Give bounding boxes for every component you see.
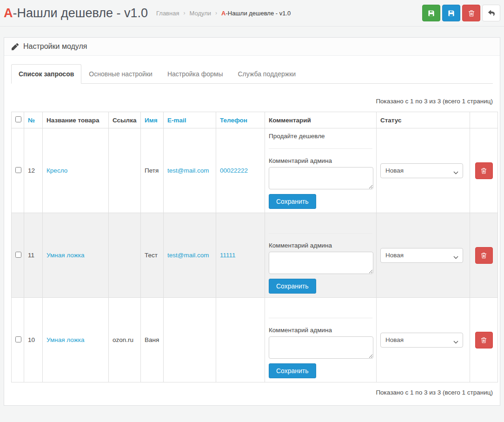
comment-divider bbox=[269, 148, 372, 149]
admin-comment-textarea[interactable] bbox=[269, 252, 373, 274]
row-delete-button[interactable] bbox=[475, 332, 493, 348]
customer-comment bbox=[269, 301, 372, 310]
request-id: 11 bbox=[24, 213, 43, 298]
comment-cell: Комментарий админа Сохранить bbox=[265, 213, 377, 298]
comment-cell: Продайте дешевле Комментарий админа Сохр… bbox=[265, 128, 377, 213]
request-email-link[interactable]: test@mail.com bbox=[167, 167, 209, 174]
status-cell: Новая bbox=[377, 213, 470, 298]
panel-title: Настройки модуля bbox=[23, 42, 87, 51]
status-select[interactable]: Новая bbox=[380, 248, 463, 263]
page-title-text: -Нашли дешевле - v1.0 bbox=[13, 6, 148, 20]
results-count-bottom: Показано с 1 по 3 из 3 (всего 1 страниц) bbox=[11, 389, 493, 396]
breadcrumb-current: А-Нашли дешевле - v1.0 bbox=[221, 10, 291, 17]
trash-icon bbox=[481, 252, 487, 259]
row-delete-button[interactable] bbox=[475, 162, 493, 179]
admin-comment-textarea[interactable] bbox=[269, 167, 373, 189]
trash-icon bbox=[481, 167, 487, 174]
request-link bbox=[109, 128, 141, 213]
request-name: Тест bbox=[141, 213, 164, 298]
pencil-icon bbox=[12, 43, 19, 50]
panel-body: Список запросов Основные настройки Настр… bbox=[4, 56, 500, 405]
admin-comment-label: Комментарий админа bbox=[269, 326, 372, 334]
product-link[interactable]: Кресло bbox=[46, 167, 67, 174]
status-select[interactable]: Новая bbox=[380, 333, 463, 348]
results-count-top: Показано с 1 по 3 из 3 (всего 1 страниц) bbox=[11, 98, 493, 105]
panel-heading: Настройки модуля bbox=[4, 38, 500, 56]
save-comment-button[interactable]: Сохранить bbox=[269, 194, 316, 209]
status-select[interactable]: Новая bbox=[380, 163, 463, 178]
tab-form-settings[interactable]: Настройка формы bbox=[160, 64, 231, 84]
breadcrumb: Главная › Модули › А-Нашли дешевле - v1.… bbox=[156, 10, 291, 17]
column-header-phone[interactable]: Телефон bbox=[220, 117, 247, 124]
trash-icon bbox=[468, 10, 475, 17]
header-action-buttons bbox=[422, 5, 500, 21]
customer-comment bbox=[269, 217, 372, 225]
column-header-actions bbox=[470, 112, 498, 128]
floppy-disk-icon bbox=[428, 10, 435, 17]
row-select-checkbox[interactable] bbox=[15, 167, 21, 173]
module-settings-panel: Настройки модуля Список запросов Основны… bbox=[4, 37, 500, 406]
request-name: Ваня bbox=[141, 298, 164, 382]
row-delete-button[interactable] bbox=[475, 247, 493, 264]
breadcrumb-separator: › bbox=[215, 10, 217, 16]
page-content: Настройки модуля Список запросов Основны… bbox=[0, 27, 504, 418]
column-header-product: Название товара bbox=[43, 112, 109, 128]
tab-content-request-list: Показано с 1 по 3 из 3 (всего 1 страниц)… bbox=[11, 84, 493, 396]
breadcrumb-link-modules[interactable]: Модули bbox=[189, 10, 211, 17]
customer-comment: Продайте дешевле bbox=[269, 132, 372, 141]
delete-button[interactable] bbox=[462, 5, 480, 21]
page-header: А-Нашли дешевле - v1.0 Главная › Модули … bbox=[0, 0, 504, 27]
floppy-disk-icon bbox=[448, 10, 455, 17]
request-name: Петя bbox=[141, 128, 164, 213]
request-phone-link[interactable]: 11111 bbox=[220, 252, 236, 259]
save-comment-button[interactable]: Сохранить bbox=[269, 279, 316, 294]
reply-icon bbox=[488, 10, 495, 16]
column-header-link: Ссылка bbox=[109, 112, 141, 128]
requests-table: № Название товара Ссылка Имя E-mail Теле… bbox=[11, 112, 498, 382]
table-header-row: № Название товара Ссылка Имя E-mail Теле… bbox=[12, 112, 498, 128]
status-cell: Новая bbox=[377, 298, 470, 382]
tab-main-settings[interactable]: Основные настройки bbox=[81, 64, 160, 84]
request-link bbox=[109, 213, 141, 298]
trash-icon bbox=[481, 337, 487, 343]
column-header-number[interactable]: № bbox=[28, 117, 35, 124]
table-row: 12 Кресло Петя test@mail.com 00022222 Пр… bbox=[12, 128, 498, 213]
table-row: 10 Умная ложка ozon.ru Ваня Комментарий … bbox=[12, 298, 498, 382]
product-link[interactable]: Умная ложка bbox=[46, 252, 84, 259]
comment-cell: Комментарий админа Сохранить bbox=[265, 298, 377, 382]
save-button[interactable] bbox=[422, 5, 440, 21]
table-row: 11 Умная ложка Тест test@mail.com 11111 … bbox=[12, 213, 498, 298]
column-header-comment: Комментарий bbox=[265, 112, 377, 128]
select-all-checkbox[interactable] bbox=[15, 116, 21, 122]
breadcrumb-separator: › bbox=[183, 10, 185, 16]
column-header-status: Статус bbox=[377, 112, 470, 128]
request-link: ozon.ru bbox=[109, 298, 141, 382]
row-select-checkbox[interactable] bbox=[15, 336, 21, 342]
tab-support[interactable]: Служба поддержки bbox=[230, 64, 303, 84]
request-id: 12 bbox=[24, 128, 43, 213]
tab-bar: Список запросов Основные настройки Настр… bbox=[11, 64, 493, 84]
column-header-name[interactable]: Имя bbox=[145, 117, 158, 124]
save-and-stay-button[interactable] bbox=[442, 5, 460, 21]
comment-divider bbox=[269, 318, 372, 318]
page-title: А-Нашли дешевле - v1.0 bbox=[4, 6, 148, 20]
request-id: 10 bbox=[24, 298, 43, 382]
tab-request-list[interactable]: Список запросов bbox=[11, 64, 81, 84]
request-email-link[interactable]: test@mail.com bbox=[167, 252, 209, 259]
product-link[interactable]: Умная ложка bbox=[46, 336, 84, 343]
admin-comment-label: Комментарий админа bbox=[269, 157, 372, 165]
breadcrumb-link-home[interactable]: Главная bbox=[156, 10, 179, 17]
admin-comment-label: Комментарий админа bbox=[269, 241, 372, 249]
admin-comment-textarea[interactable] bbox=[269, 336, 373, 359]
save-comment-button[interactable]: Сохранить bbox=[269, 363, 316, 378]
page-title-accent: А bbox=[4, 6, 13, 20]
back-button[interactable] bbox=[482, 5, 500, 21]
request-phone-link[interactable]: 00022222 bbox=[220, 167, 248, 174]
row-select-checkbox[interactable] bbox=[15, 252, 21, 258]
column-header-email[interactable]: E-mail bbox=[167, 117, 186, 124]
status-cell: Новая bbox=[377, 128, 470, 213]
comment-divider bbox=[269, 233, 372, 234]
